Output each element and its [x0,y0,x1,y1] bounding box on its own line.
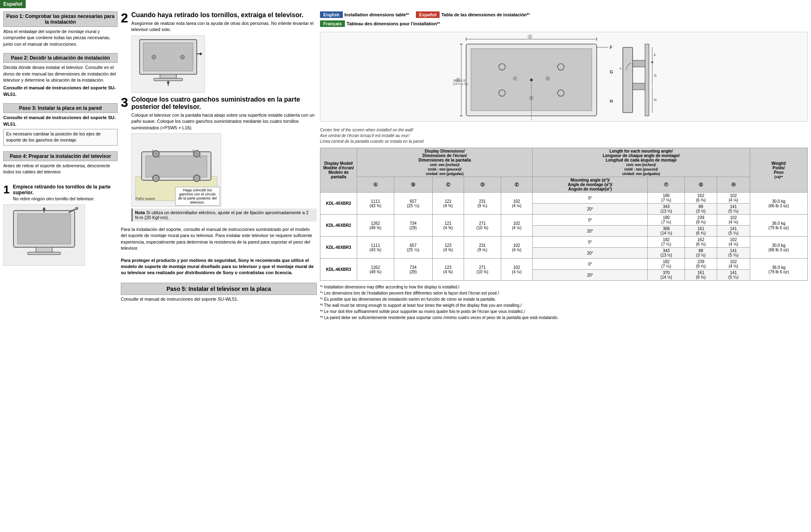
table-row: KDL-46XBR2 1262 (49 ¾) 734 (29) 121 (4 ¾… [320,215,808,226]
dim-d: 231 (9 ¹⁄₈) [464,193,501,215]
step3-title: Coloque los cuatro ganchos suministrados… [131,96,317,111]
svg-text:G: G [654,73,657,78]
diagram-svg: Ⓐ Ⓑ F G H [450,32,678,122]
right-column: English Installation dimensions table*¹ … [320,11,808,321]
svg-text:Paño suave: Paño suave [136,197,155,201]
tab-en[interactable]: English [320,11,343,18]
col-display-model: Display Model/Modèle d'écran/Modelo depa… [320,148,357,193]
lang-tabs-row2: Français Tableau des dimensions pour l'i… [320,20,808,27]
col-angle: Mounting angle (α°)/Angle de montage (α°… [533,177,648,193]
model-cell: KDL-40XBR2 [320,193,357,215]
g0: 162 (6 ³⁄₈) [685,193,717,204]
g20: 88 (3 ½) [685,204,717,215]
step3-header: Paso 3: Instalar la placa en la pared [3,103,118,113]
step2-text: Decida dónde desea instalar el televisor… [3,64,118,83]
dim-d: 271 (10 ¾) [464,259,501,281]
h20: 141 (5 ⁵⁄₈) [717,248,750,259]
step2-number: 2 [121,11,128,24]
top-lang-bar: Español [0,0,811,8]
svg-point-11 [180,55,184,59]
h0: 102 (4 ¼) [717,193,750,204]
tab-es[interactable]: Español [416,11,440,18]
dim-e: 102 (4 ¼) [501,259,532,281]
f20: 343 (13 ½) [648,248,685,259]
step2-desc: Asegúrese de realizar esta tarea con la … [131,20,317,33]
svg-marker-15 [200,52,202,55]
step1-svg [5,206,83,264]
weight: 36.0 kg (79 lb 6 oz) [750,259,807,281]
dim-d: 271 (10 ¾) [464,215,501,237]
dim-e: 102 (4 ¼) [501,193,532,215]
angle0: 0° [533,259,648,270]
h0: 102 (4 ¼) [717,215,750,226]
step2-svg [133,38,203,91]
center-line-1: Center line of the screen when installed… [320,128,413,132]
tab-fr[interactable]: Français [320,20,345,27]
f20: 368 (14 ½) [648,226,685,237]
footnotes: *¹ Installation dimensions may differ ac… [320,284,808,321]
svg-text:α: α [620,66,622,70]
svg-rect-47 [645,44,649,116]
step1-inline: 1 Empiece retirando los tornillos de la … [3,184,118,267]
language-label: Español [0,0,26,8]
col-length-header: Length for each mounting angle/Longueur … [533,148,750,177]
svg-text:Ⓔ: Ⓔ [529,96,533,100]
dim-d: 231 (9 ¹⁄₈) [464,237,501,259]
dim-c: 123 (4 ¾) [432,237,464,259]
svg-text:(15 ¹⁄₈ ± ¹⁄₅): (15 ¹⁄₈ ± ¹⁄₅) [453,82,468,86]
svg-rect-1 [18,214,71,244]
g0: 239 (9 ³⁄₈) [685,259,717,270]
svg-rect-2 [36,247,52,252]
installation-diagram: Ⓐ Ⓑ F G H [320,32,808,122]
step4-text: Antes de retirar el soporte de sobremesa… [3,163,118,175]
g0: 162 (6 ³⁄₈) [685,237,717,248]
svg-text:H: H [610,99,613,104]
step1-image [3,204,85,266]
svg-text:Ⓓ: Ⓓ [546,76,550,81]
step4-header: Paso 4: Preparar la instalación del tele… [3,151,118,161]
step2-link: Consulte el manual de instrucciones del … [3,85,118,98]
center-line-2: Axe central de l'écran lorsqu'il est ins… [320,133,409,138]
step3-desc: Coloque el televisor con la pantalla hac… [131,112,317,131]
col-b: Ⓑ [394,177,432,193]
model-cell: KDL-40XBR3 [320,237,357,259]
footnote: *² Le mur doit être suffisamment solide … [320,308,808,315]
step5-section: Paso 5: Instalar el televisor en la plac… [121,283,317,303]
col-h: Ⓗ [717,177,750,193]
step1-inline-body: No retire ningún otro tornillo del telev… [13,196,118,201]
model-cell: KDL-46XBR2 [320,215,357,237]
footnote: *² La pared debe ser suficientemente res… [320,315,808,321]
nota-box: Nota Si utiliza un destornillador eléctr… [131,208,317,222]
h0: 102 (4 ¼) [717,237,750,248]
svg-rect-46 [633,83,646,90]
dim-a: 1111 (43 ¾) [357,237,394,259]
col-weight-header: Weight/Poids/Peso(×4)*² [750,148,807,193]
svg-marker-17 [167,81,170,83]
h0: 102 (4 ¼) [717,259,750,270]
step5-header: Paso 5: Instalar el televisor en la plac… [121,283,317,295]
mid-para2: Para proteger el producto y por motivos … [121,257,317,276]
g20: 88 (3 ½) [685,248,717,259]
dim-a: 1262 (49 ¾) [357,215,394,237]
dim-c: 123 (4 ¾) [432,259,464,281]
weight: 30.0 kg (66 lb 3 oz) [750,193,807,215]
f0: 180 (7 ¹⁄₈) [648,215,685,226]
weight: 36.0 kg (79 lb 6 oz) [750,215,807,237]
svg-rect-45 [633,60,646,67]
tab-es-desc: Tabla de las dimensiones de instalación*… [441,12,530,17]
h20: 141 (5 ⁵⁄₈) [717,226,750,237]
step2-content: Cuando haya retirado los tornillos, extr… [131,11,317,93]
center-line-text: Center line of the screen when installed… [320,127,808,144]
step1-header: Paso 1: Comprobar las piezas necesarias … [3,11,118,27]
angle20: 20° [533,270,648,281]
svg-point-10 [152,55,156,59]
svg-text:G: G [610,70,613,74]
footnote: *¹ Les dimensions lors de l'installation… [320,290,808,296]
f0: 180 (7 ¹⁄₈) [648,193,685,204]
f0: 182 (7 ¹⁄₈) [648,259,685,270]
table-row: KDL-40XBR3 1111 (43 ¾) 657 (25 ⁷⁄₈) 123 … [320,237,808,248]
step4-section: Paso 4: Preparar la instalación del tele… [3,151,118,179]
dimensions-table: Display Model/Modèle d'écran/Modelo depa… [320,148,808,281]
step2-header: Paso 2: Decidir la ubicación de instalac… [3,53,118,63]
dim-c: 121 (4 ¾) [432,215,464,237]
